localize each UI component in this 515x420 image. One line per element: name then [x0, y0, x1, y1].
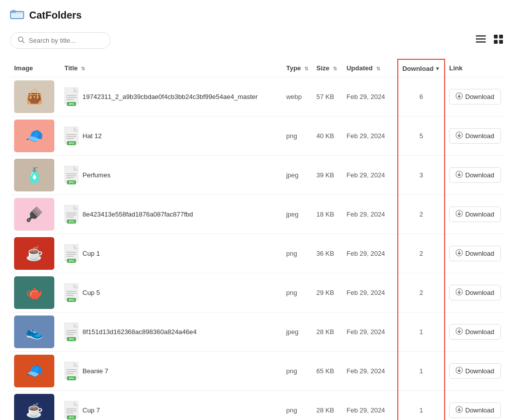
download-icon — [456, 249, 463, 258]
svg-rect-11 — [499, 40, 503, 44]
view-toggle — [474, 33, 505, 48]
download-button[interactable]: Download — [449, 246, 501, 261]
file-icon: JPG — [64, 244, 78, 263]
file-name: Cup 7 — [82, 406, 100, 414]
file-name: 8e423413e558fad1876a087fac877fbd — [82, 211, 193, 218]
table-row: 👜 JPG 19742311_2_a9b39cbdae0f4cb3bb24c3b… — [10, 77, 505, 117]
type-cell: jpeg — [282, 156, 312, 195]
image-cell: 🧴 — [10, 156, 60, 195]
download-count-cell: 2 — [398, 195, 445, 234]
download-button[interactable]: Download — [449, 363, 501, 379]
image-cell: 🧢 — [10, 352, 60, 391]
image-cell: 👜 — [10, 77, 60, 117]
type-cell: jpeg — [282, 195, 312, 234]
size-cell: 18 KB — [312, 195, 342, 234]
type-cell: webp — [282, 77, 312, 117]
size-cell: 28 KB — [312, 312, 342, 352]
title-cell: JPG 8f151d13d162368ac898360a824a46e4 — [60, 312, 282, 352]
download-button-label: Download — [465, 250, 494, 257]
grid-view-button[interactable] — [492, 33, 505, 48]
size-cell: 40 KB — [312, 117, 342, 156]
title-cell: JPG Perfumes — [60, 156, 282, 195]
size-cell: 36 KB — [312, 234, 342, 273]
download-sort-icon: ▼ — [435, 66, 440, 71]
svg-line-4 — [23, 41, 25, 43]
th-title[interactable]: Title ⇅ — [60, 59, 282, 77]
download-icon — [456, 92, 463, 101]
svg-rect-6 — [476, 38, 486, 40]
file-name: Beanie 7 — [82, 367, 108, 375]
search-input[interactable] — [29, 37, 103, 44]
image-cell: 🧢 — [10, 117, 60, 156]
title-cell: JPG Beanie 7 — [60, 352, 282, 391]
type-cell: png — [282, 391, 312, 421]
th-size[interactable]: Size ⇅ — [312, 59, 342, 77]
th-updated[interactable]: Updated ⇅ — [342, 59, 398, 77]
title-cell: JPG Cup 1 — [60, 234, 282, 273]
app-header: CatFolders — [10, 8, 505, 22]
th-link: Link — [445, 59, 505, 77]
file-name: Perfumes — [82, 171, 111, 179]
download-count-cell: 3 — [398, 156, 445, 195]
image-cell: 👟 — [10, 312, 60, 352]
download-button[interactable]: Download — [449, 89, 501, 104]
download-button-label: Download — [465, 211, 494, 218]
download-icon — [456, 171, 463, 179]
date-cell: Feb 29, 2024 — [342, 156, 398, 195]
download-button[interactable]: Download — [449, 128, 501, 144]
th-type[interactable]: Type ⇅ — [282, 59, 312, 77]
download-button-label: Download — [465, 171, 494, 179]
link-cell: Download — [445, 352, 505, 391]
link-cell: Download — [445, 391, 505, 421]
size-sort-icon: ⇅ — [333, 66, 337, 71]
type-cell: png — [282, 273, 312, 312]
th-download[interactable]: Download ▼ — [398, 59, 445, 77]
table-row: ☕ JPG Cup 1 png 36 KB Feb 29, — [10, 234, 505, 273]
image-cell: 🫖 — [10, 273, 60, 312]
link-cell: Download — [445, 77, 505, 117]
th-image: Image — [10, 59, 60, 77]
table-row: 👟 JPG 8f151d13d162368ac898360a824a46e4 — [10, 312, 505, 352]
title-cell: JPG Cup 5 — [60, 273, 282, 312]
file-icon: JPG — [64, 323, 78, 341]
link-cell: Download — [445, 195, 505, 234]
download-icon — [456, 210, 463, 219]
date-cell: Feb 29, 2024 — [342, 391, 398, 421]
list-view-button[interactable] — [474, 33, 488, 48]
download-button[interactable]: Download — [449, 167, 501, 183]
file-icon: JPG — [64, 401, 78, 419]
download-button-label: Download — [465, 406, 494, 414]
type-cell: png — [282, 234, 312, 273]
download-icon — [456, 132, 463, 140]
download-count-cell: 1 — [398, 312, 445, 352]
download-button[interactable]: Download — [449, 206, 501, 222]
download-icon — [456, 406, 463, 414]
svg-rect-7 — [476, 41, 486, 43]
table-row: ☕ JPG Cup 7 png 28 KB Feb 29, — [10, 391, 505, 421]
table-row: 🪮 JPG 8e423413e558fad1876a087fac877fbd — [10, 195, 505, 234]
size-cell: 29 KB — [312, 273, 342, 312]
title-cell: JPG 8e423413e558fad1876a087fac877fbd — [60, 195, 282, 234]
search-icon — [18, 36, 25, 45]
download-icon — [456, 328, 463, 336]
download-button[interactable]: Download — [449, 402, 501, 418]
svg-rect-5 — [476, 35, 486, 37]
link-cell: Download — [445, 156, 505, 195]
download-button[interactable]: Download — [449, 285, 501, 300]
download-count-cell: 1 — [398, 391, 445, 421]
date-cell: Feb 29, 2024 — [342, 117, 398, 156]
download-button[interactable]: Download — [449, 324, 501, 340]
download-count-cell: 2 — [398, 273, 445, 312]
file-icon: JPG — [64, 87, 78, 106]
type-cell: png — [282, 117, 312, 156]
file-icon: JPG — [64, 205, 78, 224]
search-box[interactable] — [10, 32, 111, 49]
file-name: 19742311_2_a9b39cbdae0f4cb3bb24c3bf99e54… — [82, 93, 258, 100]
app-logo-icon — [10, 8, 24, 22]
date-cell: Feb 29, 2024 — [342, 312, 398, 352]
updated-sort-icon: ⇅ — [376, 66, 380, 71]
download-icon — [456, 367, 463, 375]
table-row: 🧴 JPG Perfumes jpeg 39 KB Fe — [10, 156, 505, 195]
size-cell: 65 KB — [312, 352, 342, 391]
files-table: Image Title ⇅ Type ⇅ Size ⇅ Updated ⇅ — [10, 59, 505, 420]
